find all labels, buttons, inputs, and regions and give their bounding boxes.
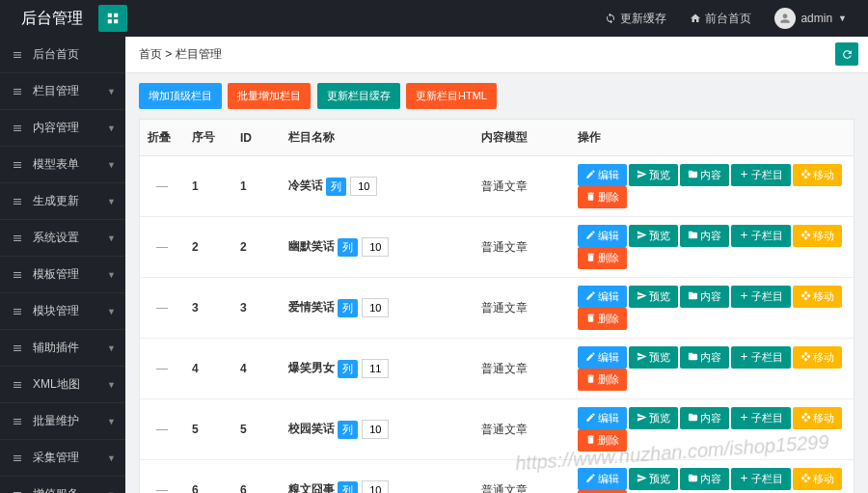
content-button[interactable]: 内容 [680,346,729,369]
sidebar-item-3[interactable]: 模型表单▼ [0,147,125,183]
update-cache-button[interactable]: 更新栏目缓存 [317,83,400,109]
preview-button[interactable]: 预览 [629,468,678,490]
fold-toggle[interactable]: — [148,240,176,254]
fold-toggle[interactable]: — [148,483,176,493]
del-icon [585,252,596,262]
delete-button[interactable]: 删除 [578,429,627,452]
sidebar-item-11[interactable]: 采集管理▼ [0,440,125,477]
front-site-link[interactable]: 前台首页 [678,0,763,37]
fold-toggle[interactable]: — [148,179,176,193]
sidebar-item-12[interactable]: 增值服务▼ [0,477,125,493]
fold-toggle[interactable]: — [148,362,176,375]
move-button[interactable]: 移动 [793,407,842,429]
delete-button[interactable]: 删除 [578,186,627,208]
order-input[interactable] [362,237,389,257]
preview-button[interactable]: 预览 [629,164,678,186]
order-input[interactable] [362,359,389,378]
edit-button[interactable]: 编辑 [578,286,627,308]
update-cache-link[interactable]: 更新缓存 [593,0,678,37]
add-top-button[interactable]: 增加顶级栏目 [139,83,222,109]
update-html-button[interactable]: 更新栏目HTML [406,83,497,109]
id-cell: 4 [232,339,281,399]
menu-toggle[interactable] [98,5,127,32]
sidebar: 后台首页栏目管理▼内容管理▼模型表单▼生成更新▼系统设置▼模板管理▼模块管理▼辅… [0,37,125,493]
breadcrumb-home[interactable]: 首页 [139,47,162,61]
sidebar-item-8[interactable]: 辅助插件▼ [0,330,125,367]
chevron-down-icon: ▼ [107,87,116,96]
fold-toggle[interactable]: — [148,301,176,315]
chevron-down-icon: ▼ [107,197,116,206]
move-button[interactable]: 移动 [793,225,842,247]
sidebar-item-1[interactable]: 栏目管理▼ [0,73,125,110]
plus-icon [739,473,749,483]
sidebar-item-4[interactable]: 生成更新▼ [0,183,125,220]
sidebar-item-10[interactable]: 批量维护▼ [0,403,125,440]
edit-button[interactable]: 编辑 [578,164,627,186]
edit-icon [585,351,596,362]
table-head: 折叠 序号 ID 栏目名称 内容模型 操作 [140,120,854,156]
move-button[interactable]: 移动 [793,164,842,186]
sub-button[interactable]: 子栏目 [731,346,791,369]
ops-cell: 编辑预览内容子栏目移动删除 [570,399,854,460]
order-input[interactable] [362,420,389,439]
move-icon [800,169,811,179]
sidebar-item-9[interactable]: XML地图▼ [0,367,125,403]
refresh-icon [605,13,616,24]
edit-button[interactable]: 编辑 [578,468,627,490]
folder-icon [688,230,698,240]
sidebar-item-7[interactable]: 模块管理▼ [0,293,125,330]
edit-button[interactable]: 编辑 [578,346,627,369]
list-badge: 列 [338,481,358,494]
content-button[interactable]: 内容 [680,164,729,186]
preview-button[interactable]: 预览 [629,407,678,429]
send-icon [637,473,647,483]
model-cell: 普通文章 [474,217,570,278]
sidebar-item-6[interactable]: 模板管理▼ [0,257,125,293]
sidebar-item-0[interactable]: 后台首页 [0,37,125,73]
user-menu[interactable]: admin ▼ [763,0,858,37]
delete-button[interactable]: 删除 [578,308,627,330]
chevron-down-icon: ▼ [107,160,116,170]
batch-add-button[interactable]: 批量增加栏目 [228,83,311,109]
edit-button[interactable]: 编辑 [578,225,627,247]
sidebar-item-5[interactable]: 系统设置▼ [0,220,125,257]
move-button[interactable]: 移动 [793,468,842,490]
avatar [774,8,796,29]
content-button[interactable]: 内容 [680,468,729,490]
send-icon [637,290,647,301]
move-icon [800,351,811,362]
folder-icon [688,290,698,301]
plug-icon [12,342,25,355]
preview-button[interactable]: 预览 [629,286,678,308]
move-button[interactable]: 移动 [793,286,842,308]
sub-button[interactable]: 子栏目 [731,286,791,308]
ops-cell: 编辑预览内容子栏目移动删除 [570,278,854,339]
list-badge: 列 [338,421,358,439]
fold-toggle[interactable]: — [148,423,176,436]
name-cell: 校园笑话 列 [281,399,474,460]
content-button[interactable]: 内容 [680,286,729,308]
order-input[interactable] [350,177,377,196]
sidebar-item-2[interactable]: 内容管理▼ [0,110,125,147]
move-button[interactable]: 移动 [793,346,842,369]
sub-button[interactable]: 子栏目 [731,164,791,186]
edit-button[interactable]: 编辑 [578,407,627,429]
sub-button[interactable]: 子栏目 [731,468,791,490]
preview-button[interactable]: 预览 [629,225,678,247]
delete-button[interactable]: 删除 [578,247,627,269]
list-badge: 列 [326,178,346,196]
svg-rect-1 [114,14,118,17]
content-button[interactable]: 内容 [680,407,729,429]
sub-button[interactable]: 子栏目 [731,225,791,247]
order-input[interactable] [362,480,389,493]
sub-button[interactable]: 子栏目 [731,407,791,429]
content-button[interactable]: 内容 [680,225,729,247]
order-input[interactable] [362,298,389,317]
refresh-button[interactable] [835,42,858,66]
batch-icon [12,415,25,428]
svg-rect-3 [114,19,118,23]
delete-button[interactable]: 删除 [578,369,627,391]
preview-button[interactable]: 预览 [629,346,678,369]
send-icon [637,412,647,423]
main-content: 首页 > 栏目管理 增加顶级栏目 批量增加栏目 更新栏目缓存 更新栏目HTML … [125,37,868,493]
